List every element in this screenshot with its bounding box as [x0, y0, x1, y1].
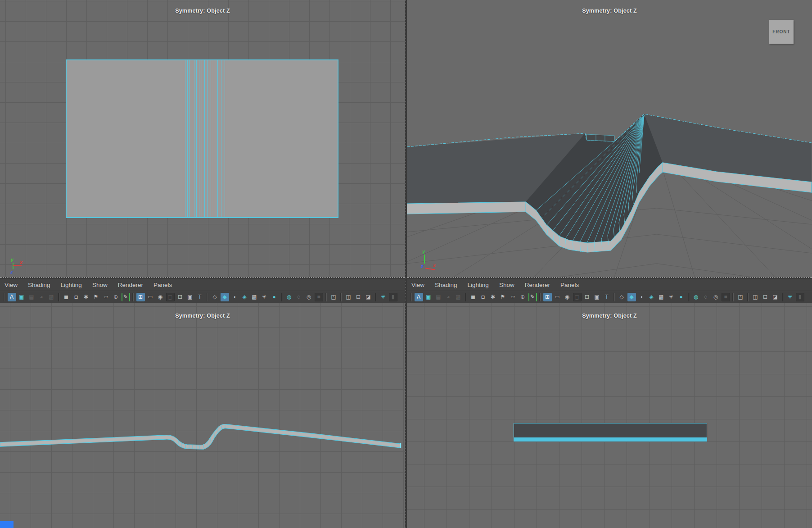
gamma-toggle-icon[interactable]: ▮: [796, 293, 804, 301]
film-gate-icon[interactable]: ◕: [37, 293, 46, 301]
xray-display-icon[interactable]: ◫: [344, 293, 353, 301]
motion-blur-toggle-icon[interactable]: ◌: [295, 293, 303, 301]
mesh-plane-perspective[interactable]: [407, 114, 812, 252]
grease-pencil-icon[interactable]: ✎: [122, 293, 130, 301]
mesh-plane-front-view[interactable]: [514, 423, 707, 442]
menu-renderer[interactable]: Renderer: [525, 282, 550, 288]
panel-focus-a-icon[interactable]: A: [415, 293, 423, 301]
resolution-gate-icon[interactable]: ▣: [424, 293, 433, 301]
gate-mask-icon[interactable]: ▤: [27, 293, 36, 301]
bookmarks-icon[interactable]: ⚑: [499, 293, 507, 301]
depth-of-field-toggle-icon[interactable]: ■: [315, 293, 323, 301]
lighting-toggle-icon[interactable]: ☀: [260, 293, 269, 301]
viewport-front-ortho[interactable]: Symmetry: Object Z: [407, 303, 812, 528]
film-gate-display-icon[interactable]: ▭: [553, 293, 562, 301]
smooth-shade-display-icon[interactable]: ◆: [221, 293, 229, 301]
gamma-toggle-icon[interactable]: ▮: [389, 293, 397, 301]
viewport-perspective[interactable]: Symmetry: Object Z FRONT y z x: [407, 0, 812, 277]
film-gate-display-icon[interactable]: ▭: [146, 293, 155, 301]
safe-action-icon[interactable]: ▣: [593, 293, 601, 301]
depth-of-field-toggle-icon[interactable]: ■: [722, 293, 730, 301]
panel-chrome-right: ViewShadingLightingShowRendererPanels A▣…: [407, 277, 812, 303]
isolate-select-icon[interactable]: ◳: [329, 293, 338, 301]
camera-bookmark-icon[interactable]: ◘: [72, 293, 81, 301]
toolbar-separator: [325, 293, 327, 301]
menu-shading[interactable]: Shading: [28, 282, 50, 288]
occlusion-toggle-icon[interactable]: ◍: [285, 293, 293, 301]
gate-mask-icon[interactable]: ▤: [434, 293, 443, 301]
wireframe-display-icon[interactable]: ◇: [211, 293, 219, 301]
panel-focus-a-icon[interactable]: A: [8, 293, 16, 301]
menu-renderer[interactable]: Renderer: [118, 282, 143, 288]
field-chart-icon[interactable]: ⊡: [176, 293, 185, 301]
grid-toggle-icon[interactable]: ⊞: [543, 293, 552, 301]
safe-title-icon[interactable]: T: [603, 293, 611, 301]
occlusion-toggle-icon[interactable]: ◍: [692, 293, 700, 301]
xray-display-icon[interactable]: ◫: [751, 293, 760, 301]
mesh-plane-top-view[interactable]: [66, 59, 338, 218]
bookmarks-icon[interactable]: ⚑: [92, 293, 100, 301]
anti-aliasing-toggle-icon[interactable]: ◎: [305, 293, 313, 301]
menu-panels[interactable]: Panels: [560, 282, 579, 288]
shadows-toggle-icon[interactable]: ●: [677, 293, 686, 301]
wireframe-on-shaded-icon[interactable]: ◖: [637, 293, 646, 301]
toolbar-separator: [281, 293, 282, 301]
image-plane-icon[interactable]: ▨: [47, 293, 56, 301]
wireframe-display-icon[interactable]: ◇: [618, 293, 626, 301]
camera-settings-icon[interactable]: ✱: [82, 293, 90, 301]
menu-panels[interactable]: Panels: [153, 282, 172, 288]
use-default-material-icon[interactable]: ▩: [250, 293, 259, 301]
grid-toggle-icon[interactable]: ⊞: [136, 293, 145, 301]
wireframe-on-shaded-icon[interactable]: ◖: [230, 293, 239, 301]
menu-show[interactable]: Show: [499, 282, 514, 288]
film-gate-icon[interactable]: ◕: [444, 293, 453, 301]
gate-mask-display-icon[interactable]: ▢: [166, 293, 175, 301]
field-chart-icon[interactable]: ⊡: [583, 293, 591, 301]
exposure-toggle-icon[interactable]: ✳: [379, 293, 388, 301]
resolution-gate-display-icon[interactable]: ◉: [156, 293, 165, 301]
menu-view[interactable]: View: [5, 282, 18, 288]
selected-bottom-face[interactable]: [514, 437, 707, 441]
mesh-plane-side-view[interactable]: [0, 424, 401, 449]
shadows-toggle-icon[interactable]: ●: [270, 293, 279, 301]
camera-attributes-icon[interactable]: ◼: [469, 293, 478, 301]
viewport-side-ortho[interactable]: Symmetry: Object Z: [0, 303, 405, 528]
anti-aliasing-toggle-icon[interactable]: ◎: [712, 293, 720, 301]
xray-joints-display-icon[interactable]: ⊟: [761, 293, 770, 301]
menu-lighting[interactable]: Lighting: [468, 282, 489, 288]
gate-mask-display-icon[interactable]: ▢: [573, 293, 582, 301]
toolbar-separator: [132, 293, 134, 301]
textured-display-icon[interactable]: ◈: [240, 293, 249, 301]
pan-zoom-2d-icon[interactable]: ⊕: [519, 293, 527, 301]
resolution-gate-icon[interactable]: ▣: [18, 293, 26, 301]
isolate-select-icon[interactable]: ◳: [736, 293, 745, 301]
viewport-top-ortho[interactable]: Symmetry: Object Z y x z: [0, 0, 405, 277]
resolution-gate-display-icon[interactable]: ◉: [563, 293, 572, 301]
camera-bookmark-icon[interactable]: ◘: [479, 293, 487, 301]
grease-pencil-icon[interactable]: ✎: [528, 293, 537, 301]
menu-shading[interactable]: Shading: [435, 282, 457, 288]
menu-lighting[interactable]: Lighting: [61, 282, 82, 288]
camera-attributes-icon[interactable]: ◼: [62, 293, 71, 301]
snapshot-tool-icon[interactable]: ◪: [364, 293, 373, 301]
xray-joints-display-icon[interactable]: ⊟: [354, 293, 363, 301]
snapshot-tool-icon[interactable]: ◪: [771, 293, 780, 301]
pane-divider-vertical[interactable]: [405, 0, 407, 528]
image-plane-toggle-icon[interactable]: ▱: [102, 293, 110, 301]
camera-settings-icon[interactable]: ✱: [489, 293, 497, 301]
textured-display-icon[interactable]: ◈: [647, 293, 656, 301]
pan-zoom-2d-icon[interactable]: ⊕: [112, 293, 120, 301]
menu-show[interactable]: Show: [92, 282, 108, 288]
safe-action-icon[interactable]: ▣: [186, 293, 194, 301]
use-default-material-icon[interactable]: ▩: [657, 293, 666, 301]
image-plane-toggle-icon[interactable]: ▱: [509, 293, 517, 301]
toolbar-separator: [539, 293, 541, 301]
lighting-toggle-icon[interactable]: ☀: [667, 293, 676, 301]
menu-view[interactable]: View: [411, 282, 424, 288]
toolbar-separator: [688, 293, 689, 301]
safe-title-icon[interactable]: T: [196, 293, 204, 301]
image-plane-icon[interactable]: ▨: [454, 293, 463, 301]
motion-blur-toggle-icon[interactable]: ◌: [702, 293, 710, 301]
exposure-toggle-icon[interactable]: ✳: [786, 293, 794, 301]
smooth-shade-display-icon[interactable]: ◆: [627, 293, 636, 301]
